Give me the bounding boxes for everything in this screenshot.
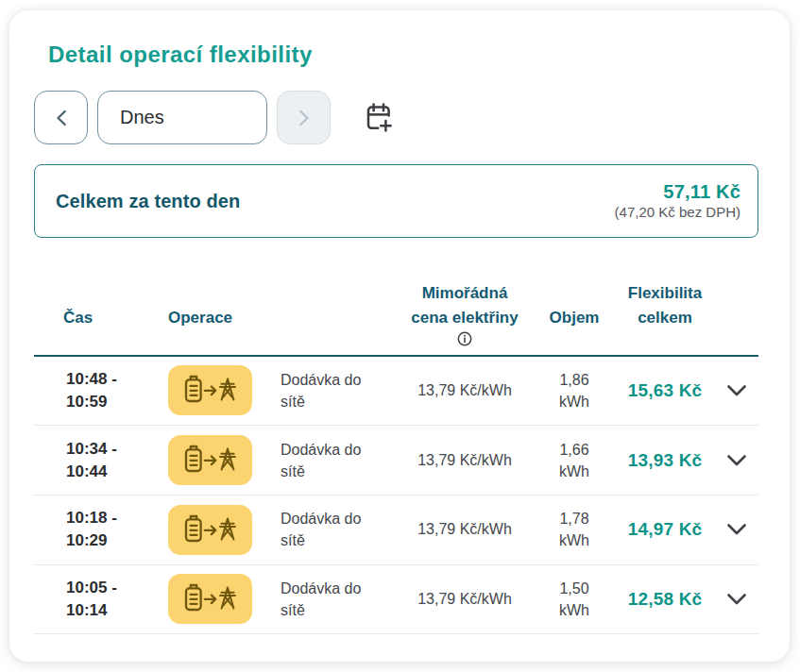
table-header-row: Čas Operace Mimořádná cena elektřiny Obj… [34,238,758,346]
battery-to-grid-icon [168,505,252,555]
row-expand-cell [714,450,758,471]
row-total: 14,97 Kč [616,519,714,540]
table-body: 10:48 - 10:59 [34,357,758,635]
page-title: Detail operací flexibility [48,42,758,68]
previous-day-button[interactable] [34,91,88,144]
column-header-total: Flexibilita celkem [616,281,714,346]
row-operation-cell: Dodávka do sítě [168,435,397,485]
chevron-right-icon [296,109,313,126]
row-expand-cell [714,380,758,401]
row-operation-cell: Dodávka do sítě [168,505,397,555]
chevron-down-icon [726,384,747,397]
summary-amounts: 57,11 Kč (47,20 Kč bez DPH) [615,181,740,222]
summary-label: Celkem za tento den [56,191,240,212]
row-operation-cell: Dodávka do sítě [168,574,397,624]
row-price: 13,79 Kč/kWh [397,452,533,469]
row-time: 10:34 - 10:44 [34,438,168,483]
table-row: 10:05 - 10:14 [34,565,758,635]
summary-total-value: 57,11 Kč [615,181,740,203]
row-time: 10:18 - 10:29 [34,507,168,552]
row-volume: 1,78 kWh [533,508,616,551]
row-volume: 1,86 kWh [533,369,616,412]
info-icon[interactable] [457,331,472,346]
chevron-down-icon [726,454,747,467]
calendar-plus-icon [366,103,392,133]
table-row: 10:34 - 10:44 [34,426,758,496]
chevron-down-icon [726,593,747,606]
row-expand-cell [714,519,758,540]
row-total: 15,63 Kč [616,380,714,401]
operations-table: Čas Operace Mimořádná cena elektřiny Obj… [34,238,758,634]
row-time: 10:05 - 10:14 [34,577,168,622]
row-total: 12,58 Kč [616,589,714,610]
row-total: 13,93 Kč [616,450,714,471]
row-volume: 1,66 kWh [533,439,616,482]
expand-row-button[interactable] [723,519,751,540]
table-row: 10:18 - 10:29 [34,496,758,565]
flexibility-detail-card: Detail operací flexibility Dnes [9,10,790,662]
row-operation-label: Dodávka do sítě [281,578,361,621]
column-header-price: Mimořádná cena elektřiny [397,281,533,346]
day-total-summary: Celkem za tento den 57,11 Kč (47,20 Kč b… [34,164,758,238]
next-day-button[interactable] [277,91,331,144]
row-volume: 1,50 kWh [533,578,616,621]
date-select[interactable]: Dnes [97,91,267,144]
row-price: 13,79 Kč/kWh [397,521,533,538]
date-select-value: Dnes [120,107,164,128]
table-row: 10:48 - 10:59 [34,357,758,427]
expand-row-button[interactable] [723,450,751,471]
row-operation-label: Dodávka do sítě [281,369,361,412]
row-operation-label: Dodávka do sítě [281,508,361,551]
row-time: 10:48 - 10:59 [34,368,168,413]
battery-to-grid-icon [168,365,252,415]
column-header-spacer [714,330,758,346]
chevron-left-icon [53,109,70,126]
row-operation-cell: Dodávka do sítě [168,365,397,415]
column-header-operation: Operace [168,306,397,346]
row-operation-label: Dodávka do sítě [281,439,361,482]
expand-row-button[interactable] [723,380,751,401]
column-header-volume: Objem [533,306,616,346]
open-calendar-button[interactable] [365,102,393,134]
column-header-time: Čas [34,306,168,346]
row-price: 13,79 Kč/kWh [397,382,533,399]
row-price: 13,79 Kč/kWh [397,591,533,608]
battery-to-grid-icon [168,435,252,485]
column-header-price-label: Mimořádná cena elektřiny [411,281,518,330]
battery-to-grid-icon [168,574,252,624]
date-navigation: Dnes [34,91,758,144]
chevron-down-icon [726,523,747,536]
summary-total-note: (47,20 Kč bez DPH) [615,203,740,222]
row-expand-cell [714,589,758,610]
expand-row-button[interactable] [723,589,751,610]
